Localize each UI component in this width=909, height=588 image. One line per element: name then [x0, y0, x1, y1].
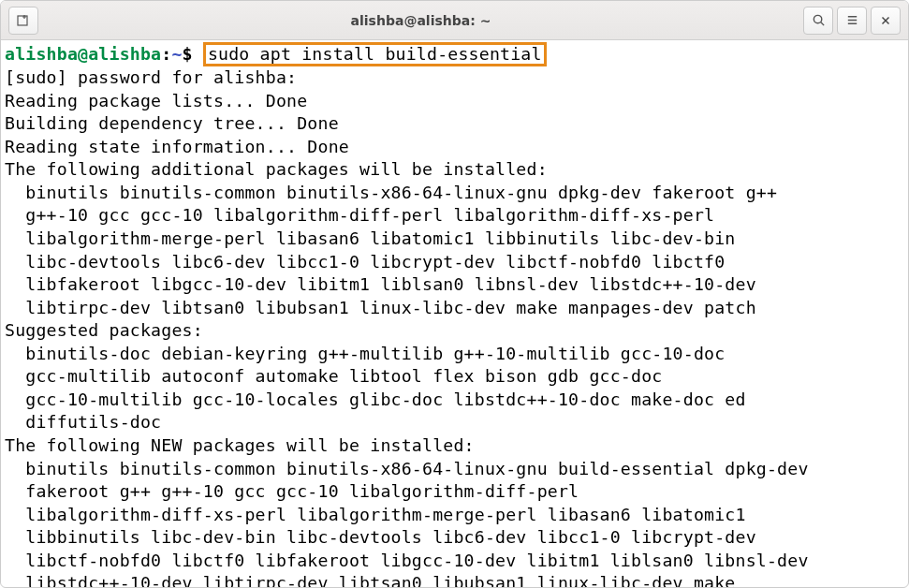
output-line: binutils binutils-common binutils-x86-64… — [5, 459, 809, 478]
output-line: g++-10 gcc gcc-10 libalgorithm-diff-perl… — [5, 205, 714, 225]
search-button[interactable] — [803, 7, 833, 35]
output-line: binutils-doc debian-keyring g++-multilib… — [5, 344, 725, 363]
output-line: libstdc++-10-dev libtirpc-dev libtsan0 l… — [5, 573, 736, 588]
output-line: libtirpc-dev libtsan0 libubsan1 linux-li… — [5, 298, 756, 317]
close-button[interactable] — [871, 7, 901, 35]
output-line: Suggested packages: — [5, 320, 203, 340]
output-line: diffutils-doc — [5, 412, 161, 432]
terminal-content[interactable]: alishba@alishba:~$ sudo apt install buil… — [1, 40, 908, 588]
prompt-user-host: alishba@alishba — [5, 44, 161, 64]
prompt-dollar: $ — [183, 44, 193, 64]
output-line: gcc-10-multilib gcc-10-locales glibc-doc… — [5, 390, 746, 409]
output-line: libc-devtools libc6-dev libcc1-0 libcryp… — [5, 252, 725, 272]
output-line: fakeroot g++ g++-10 gcc gcc-10 libalgori… — [5, 481, 579, 501]
svg-point-3 — [814, 15, 821, 22]
output-line: The following additional packages will b… — [5, 159, 548, 179]
output-line: binutils binutils-common binutils-x86-64… — [5, 183, 777, 202]
output-line: Building dependency tree... Done — [5, 113, 339, 133]
output-line: libbinutils libc-dev-bin libc-devtools l… — [5, 527, 756, 547]
prompt-colon: : — [161, 44, 171, 64]
prompt-path: ~ — [171, 44, 182, 64]
menu-button[interactable] — [837, 7, 867, 35]
output-line: gcc-multilib autoconf automake libtool f… — [5, 366, 662, 386]
output-line: libctf-nobfd0 libctf0 libfakeroot libgcc… — [5, 551, 809, 570]
output-line: [sudo] password for alishba: — [5, 67, 297, 87]
output-line: libalgorithm-merge-perl libasan6 libatom… — [5, 228, 736, 248]
svg-line-4 — [820, 22, 823, 25]
window-title: alishba@alishba: ~ — [38, 13, 803, 28]
output-line: Reading state information... Done — [5, 137, 349, 156]
output-line: Reading package lists... Done — [5, 91, 307, 110]
output-line: libfakeroot libgcc-10-dev libitm1 liblsa… — [5, 274, 756, 294]
highlighted-command: sudo apt install build-essential — [203, 42, 547, 66]
output-line: libalgorithm-diff-xs-perl libalgorithm-m… — [5, 505, 746, 524]
titlebar: alishba@alishba: ~ — [1, 1, 908, 40]
new-tab-button[interactable] — [8, 7, 38, 35]
output-line: The following NEW packages will be insta… — [5, 435, 475, 455]
